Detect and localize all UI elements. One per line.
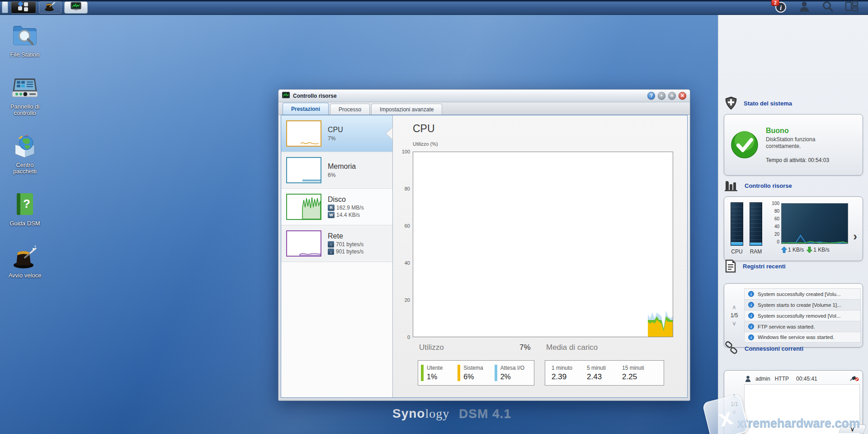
log-text: FTP service was started. [758, 324, 815, 329]
metric-value: 6% [328, 172, 356, 178]
tab-processo[interactable]: Processo [330, 104, 370, 114]
tab-prestazioni[interactable]: Prestazioni [283, 103, 329, 114]
ytick-40: 40 [394, 260, 410, 266]
connections-page-down[interactable]: ∨ [732, 410, 736, 415]
legend-color-utente [421, 365, 424, 381]
mini-ytick: 100 [769, 201, 779, 206]
info-icon: i [748, 334, 754, 340]
desktop-icon-quick-start[interactable]: Avvio veloce [1, 243, 48, 279]
window-minimize-button[interactable]: • [658, 92, 665, 100]
desktop-icon-package-center[interactable]: Centro pacchetti [1, 132, 48, 175]
connections-page-indicator: 1/1 [731, 401, 738, 407]
search-icon [822, 0, 834, 12]
window-title: Controllo risorse [293, 93, 337, 99]
list-item-disco[interactable]: Disco R162.9 MB/s W14.4 KB/s [281, 189, 392, 225]
widget-sidebar: Stato del sistema Buono DiskStation funz… [718, 15, 868, 434]
list-item-rete[interactable]: Rete ↑701 bytes/s ↓901 bytes/s [281, 225, 392, 262]
health-uptime: Tempo di attività: 00:54:03 [766, 157, 834, 163]
ytick-60: 60 [394, 223, 410, 229]
download-badge: ↓ [328, 248, 334, 255]
resource-widget-header: Controllo risorse [725, 180, 792, 191]
shield-icon [725, 96, 737, 110]
upload-badge: ↑ [328, 241, 334, 248]
widget-title: Connessioni correnti [745, 345, 803, 352]
main-menu-button[interactable] [11, 1, 36, 14]
show-desktop-button[interactable] [2, 1, 8, 13]
network-minichart-series [782, 204, 848, 243]
window-titlebar[interactable]: Controllo risorse ? • + ✕ [278, 90, 690, 102]
recent-logs-card: ∧ 1/5 ∨ i System successfully created [V… [724, 283, 863, 348]
upload-rate: 1 KB/s [788, 247, 804, 253]
pilot-view-button[interactable] [845, 1, 858, 14]
list-item-memoria[interactable]: Memoria 6% [281, 152, 392, 189]
widget-title: Stato del sistema [744, 100, 792, 107]
log-text: System starts to create [Volume 1]... [758, 302, 841, 308]
upload-arrow-icon [781, 247, 787, 253]
sidebar-collapse-button[interactable]: ∨ [839, 424, 867, 433]
window-close-button[interactable]: ✕ [679, 92, 686, 100]
connection-row[interactable]: admin HTTP 00:45:41 [744, 373, 860, 384]
logs-page-up[interactable]: ∧ [732, 305, 736, 310]
network-minichart-wrap: 100 80 60 40 20 0 1 KB/s 1 KB/s › [769, 202, 859, 261]
legend-utente: Utente 1% [421, 365, 458, 381]
log-row[interactable]: i System starts to create [Volume 1]... [744, 299, 861, 310]
tab-impostazioni-avanzate[interactable]: Impostazioni avanzate [371, 104, 442, 114]
desktop-icon-file-station[interactable]: File Station [1, 22, 48, 58]
connection-time: 00:45:41 [796, 376, 817, 382]
legend-label: Utente [427, 365, 443, 371]
legend-label: Attesa I/O [500, 365, 524, 371]
open-resource-monitor-chevron[interactable]: › [853, 229, 857, 243]
performance-detail-panel: CPU Utilizzo (%) 100 80 60 40 20 0 Utili… [393, 115, 687, 397]
notifications-button[interactable]: i 2 [775, 1, 787, 13]
ytick-100: 100 [394, 149, 410, 154]
list-item-cpu[interactable]: CPU 7% [281, 115, 392, 152]
legend-sistema: Sistema 6% [458, 365, 494, 381]
desktop-icon-dsm-help[interactable]: ? Guida DSM [1, 191, 48, 227]
log-row[interactable]: i System successfully created [Volu... [744, 288, 861, 299]
info-icon: i [748, 313, 754, 319]
network-thumbnail [286, 230, 321, 257]
health-ok-icon [731, 131, 759, 159]
logs-page-down[interactable]: ∨ [732, 321, 736, 326]
resource-monitor-taskbar-button[interactable] [64, 1, 88, 14]
connection-user: admin [755, 376, 770, 382]
log-row[interactable]: i Windows file service was started. [744, 332, 861, 343]
detail-heading: CPU [413, 123, 435, 135]
log-row[interactable]: i System successfully removed [Vol... [744, 310, 861, 321]
ytick-20: 20 [394, 297, 410, 303]
connections-page-up[interactable]: ∧ [732, 394, 736, 398]
desktop-icon-label: Avvio veloce [9, 272, 42, 279]
cpu-utilization-chart [413, 152, 673, 337]
user-icon [798, 0, 810, 12]
log-text: System successfully removed [Vol... [758, 313, 840, 319]
load-value: 2.43 [587, 372, 622, 382]
magic-hat-icon [44, 1, 56, 13]
window-maximize-button[interactable]: + [668, 92, 676, 100]
gauge-label: RAM [750, 248, 762, 255]
mini-ytick: 40 [769, 224, 779, 229]
metric-title: CPU [328, 126, 343, 134]
mini-ytick: 80 [769, 209, 779, 214]
read-badge: R [328, 205, 335, 211]
main-menu-icon [17, 1, 30, 13]
user-icon [745, 376, 751, 382]
search-button[interactable] [822, 0, 834, 14]
info-icon: i [748, 324, 754, 329]
connection-protocol: HTTP [775, 376, 789, 382]
connections-header: Connessioni correnti [725, 342, 803, 355]
cpu-area-series [648, 310, 673, 337]
desktop-icon-control-panel[interactable]: Pannello di controllo [1, 74, 48, 116]
quick-launch-button[interactable] [39, 1, 61, 14]
bar-chart-icon [725, 180, 738, 191]
window-tabstrip: Prestazioni Processo Impostazioni avanza… [278, 102, 690, 115]
log-row[interactable]: i FTP service was started. [744, 321, 861, 332]
legend-label: Sistema [463, 365, 483, 371]
disconnect-button[interactable] [850, 375, 859, 383]
metric-title: Memoria [328, 162, 356, 171]
download-rate: 1 KB/s [813, 247, 829, 253]
logs-pager: ∧ 1/5 ∨ [724, 286, 744, 344]
user-menu-button[interactable] [798, 0, 810, 14]
metric-title: Disco [328, 196, 364, 204]
window-help-button[interactable]: ? [647, 92, 655, 100]
ram-gauge-fill [750, 243, 762, 245]
